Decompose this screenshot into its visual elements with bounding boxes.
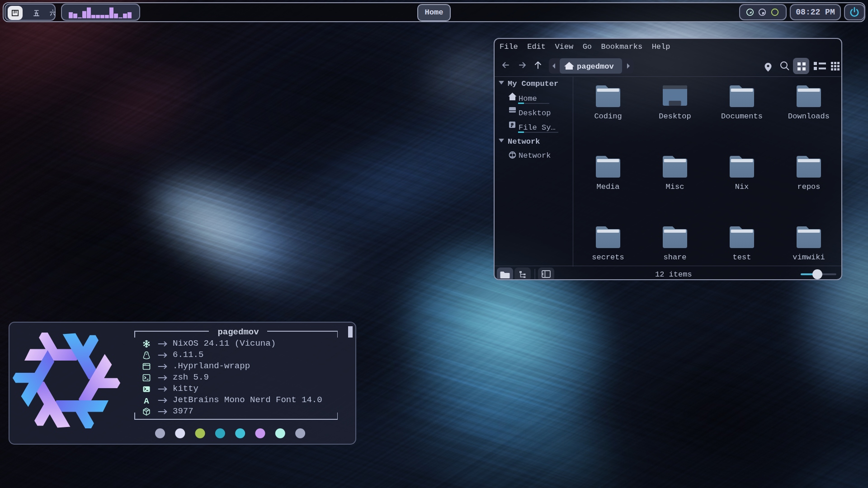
svg-text:12 items: 12 items — [655, 270, 692, 279]
svg-text:A: A — [144, 396, 149, 405]
